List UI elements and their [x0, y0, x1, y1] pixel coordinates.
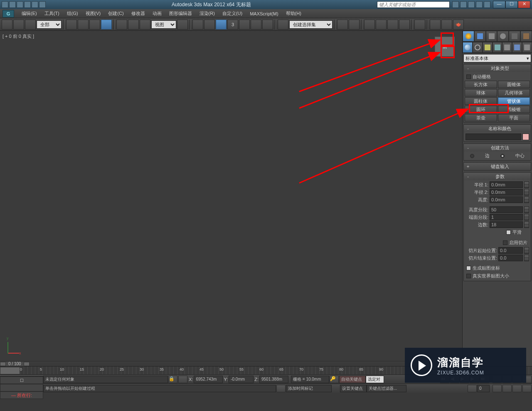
macro-rec-icon[interactable] — [276, 385, 286, 392]
key-icon[interactable] — [460, 1, 467, 8]
slice-to-spinner[interactable] — [524, 255, 529, 261]
smooth-checkbox[interactable] — [506, 230, 511, 235]
scale-icon[interactable] — [140, 20, 150, 30]
time-slider-thumb[interactable] — [0, 367, 20, 374]
slice-from-spinner[interactable] — [524, 247, 529, 254]
help-icon[interactable] — [484, 1, 490, 8]
btn-sphere[interactable]: 球体 — [465, 89, 497, 97]
scroll-left-icon[interactable] — [0, 362, 6, 366]
subtab-systems[interactable] — [522, 42, 532, 53]
link-icon[interactable] — [2, 20, 12, 30]
timecfg-icon[interactable] — [468, 385, 477, 392]
nav-pan-icon[interactable] — [493, 385, 502, 392]
btn-cylinder[interactable]: 圆柱体 — [465, 97, 497, 105]
graphite-icon[interactable] — [376, 20, 387, 30]
tab-create[interactable] — [463, 31, 474, 42]
setkey-button[interactable]: 设置关键点 — [340, 385, 367, 392]
rollout-name-color-header[interactable]: -名称和颜色 — [464, 125, 531, 132]
render-setup-icon[interactable] — [430, 20, 441, 30]
selection-set-dropdown[interactable]: 选定对 — [366, 376, 384, 383]
tab-modify[interactable] — [474, 31, 486, 42]
viewport[interactable]: [ + 0 前 0 真实 ] 前 x y — [0, 31, 462, 361]
slice-to-input[interactable] — [498, 255, 523, 261]
key-mode-icon[interactable]: 🔑 — [330, 376, 339, 383]
menu-rendering[interactable]: 渲染(R) — [196, 10, 218, 17]
cseg-spinner[interactable] — [524, 214, 529, 220]
menu-tools[interactable]: 工具(T) — [41, 10, 63, 17]
coord-x[interactable]: 6952.743m — [194, 376, 223, 383]
rollout-parameters-header[interactable]: -参数 — [464, 173, 531, 180]
slice-from-input[interactable] — [498, 247, 523, 254]
sides-input[interactable] — [490, 221, 523, 228]
keyfilter-button[interactable]: 关键点过滤器... — [367, 385, 406, 392]
layers-icon[interactable] — [364, 20, 375, 30]
qa-save-icon[interactable] — [17, 1, 23, 8]
viewcube[interactable]: 前 — [435, 37, 455, 57]
hseg-input[interactable] — [490, 206, 523, 213]
spinner-snap-icon[interactable] — [251, 20, 261, 30]
exchange-icon[interactable] — [468, 1, 475, 8]
qa-open-icon[interactable] — [9, 1, 16, 8]
nav-orbit-icon[interactable] — [502, 385, 512, 392]
subtab-lights[interactable] — [483, 42, 493, 53]
btn-teapot[interactable]: 茶壶 — [465, 114, 497, 121]
object-color-swatch[interactable] — [522, 134, 529, 140]
height-input[interactable] — [490, 196, 523, 203]
radio-edge[interactable] — [470, 154, 474, 158]
gen-uv-checkbox[interactable] — [466, 266, 471, 270]
listener-now[interactable]: — 所在行: — [0, 391, 43, 399]
bind-spacewarp-icon[interactable] — [25, 20, 36, 30]
percent-snap-icon[interactable] — [239, 20, 250, 30]
nav-maximize-icon[interactable] — [512, 385, 522, 392]
add-time-tag[interactable]: 添加时间标记 — [286, 385, 332, 392]
btn-cone[interactable]: 圆锥体 — [498, 81, 530, 88]
subtab-cameras[interactable] — [493, 42, 502, 53]
tab-motion[interactable] — [497, 31, 509, 42]
select-name-icon[interactable] — [78, 20, 89, 30]
radius1-input[interactable] — [490, 181, 523, 188]
named-sel-icon[interactable] — [278, 20, 288, 30]
qa-new-icon[interactable] — [2, 1, 8, 8]
lock-icon[interactable]: 🔒 — [168, 376, 177, 383]
refcoord-select[interactable]: 视图 — [151, 20, 176, 29]
autogrid-checkbox[interactable] — [466, 74, 471, 79]
hseg-spinner[interactable] — [524, 206, 529, 213]
listener-blank[interactable] — [0, 384, 43, 391]
pivot-center-icon[interactable] — [177, 20, 188, 30]
rollout-creation-method-header[interactable]: -创建方法 — [464, 144, 531, 151]
object-name-input[interactable] — [466, 134, 521, 140]
menu-help[interactable]: 帮助(H) — [283, 10, 305, 17]
binoculars-icon[interactable] — [452, 1, 459, 8]
unlink-icon[interactable] — [13, 20, 24, 30]
scroll-right-icon[interactable] — [24, 362, 30, 366]
menu-create[interactable]: 创建(C) — [105, 10, 127, 17]
menu-group[interactable]: 组(G) — [64, 10, 81, 17]
btn-tube[interactable]: 管状体 — [498, 97, 530, 105]
mirror-icon[interactable] — [337, 20, 348, 30]
named-selection-set-select[interactable]: 创建选择集 — [289, 20, 332, 29]
frame-input[interactable]: 0 — [477, 385, 490, 392]
selection-filter-select[interactable]: 全部 — [37, 20, 62, 29]
manipulate-icon[interactable] — [192, 20, 203, 30]
render-frame-icon[interactable] — [441, 20, 452, 30]
scroll-track[interactable] — [30, 362, 462, 366]
viewport-hscroll[interactable]: 0 / 100 — [0, 361, 462, 366]
menu-grapheditors[interactable]: 图形编辑器 — [166, 10, 195, 17]
schematic-view-icon[interactable] — [399, 20, 410, 30]
move-icon[interactable] — [116, 20, 127, 30]
edit-named-sel-icon[interactable] — [262, 20, 273, 30]
window-crossing-icon[interactable] — [101, 20, 112, 30]
viewport-label[interactable]: [ + 0 前 0 真实 ] — [2, 33, 34, 40]
tab-hierarchy[interactable] — [486, 31, 498, 42]
tab-utilities[interactable] — [520, 31, 532, 42]
keyboard-shortcut-icon[interactable] — [204, 20, 215, 30]
geometry-category-select[interactable]: 标准基本体▾ — [463, 54, 531, 62]
radio-center[interactable] — [500, 154, 505, 158]
menu-views[interactable]: 视图(V) — [82, 10, 104, 17]
nav-minmax-icon[interactable] — [522, 385, 532, 392]
align-icon[interactable] — [349, 20, 360, 30]
btn-pyramid[interactable]: 四棱锥 — [498, 106, 530, 113]
subtab-spacewarps[interactable] — [512, 42, 522, 53]
curve-editor-icon[interactable] — [387, 20, 398, 30]
qa-more-icon[interactable] — [39, 1, 46, 8]
